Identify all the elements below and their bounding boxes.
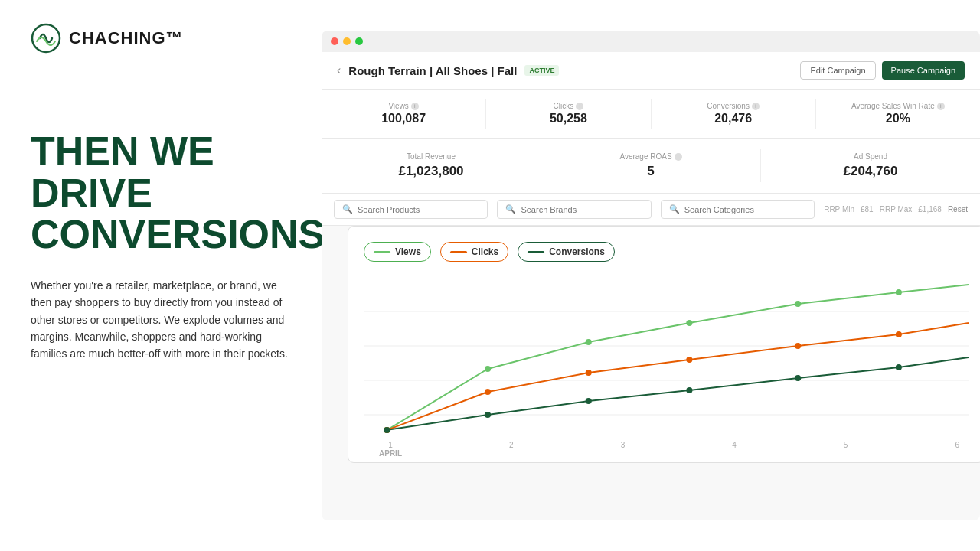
campaign-title: Rough Terrain | All Shoes | Fall — [348, 64, 517, 77]
right-panel: ‹ Rough Terrain | All Shoes | Fall ACTIV… — [322, 0, 980, 551]
campaign-actions: Edit Campaign Pause Campaign — [800, 61, 965, 80]
browser-chrome — [322, 31, 980, 52]
rrp-min-label: RRP Min — [824, 205, 854, 214]
left-panel: CHACHING™ THEN WE DRIVE CONVERSIONS. Whe… — [0, 0, 322, 551]
chart-legend: Views Clicks Conversions — [364, 242, 969, 262]
legend-views-button[interactable]: Views — [364, 242, 431, 262]
legend-clicks-line — [450, 251, 467, 253]
chart-svg — [364, 277, 969, 438]
stat-clicks: Clicks i 50,258 — [486, 99, 651, 129]
conversions-dot-5 — [795, 375, 801, 381]
total-revenue-value: £1,023,800 — [334, 164, 528, 179]
legend-clicks-label: Clicks — [472, 246, 498, 257]
conversions-dot-3 — [586, 398, 592, 404]
conversions-value: 20,476 — [664, 112, 803, 126]
win-rate-label: Average Sales Win Rate — [851, 102, 935, 110]
views-dot-5 — [795, 301, 801, 307]
views-dot-4 — [686, 320, 692, 326]
conversions-dot-4 — [686, 387, 692, 393]
search-brands-icon: 🔍 — [505, 204, 516, 214]
conversions-info-icon: i — [752, 103, 760, 110]
pause-campaign-button[interactable]: Pause Campaign — [882, 61, 965, 80]
clicks-dot-4 — [686, 357, 692, 363]
active-badge: ACTIVE — [524, 65, 559, 76]
clicks-value: 50,258 — [498, 112, 638, 126]
search-categories-icon: 🔍 — [669, 204, 680, 214]
clicks-info-icon: i — [576, 103, 583, 110]
browser-dot-yellow — [343, 37, 351, 45]
browser-dot-green — [355, 37, 363, 45]
clicks-dot-2 — [485, 389, 491, 395]
headline: THEN WE DRIVE CONVERSIONS. — [31, 130, 299, 256]
x-label-3: 3 — [621, 441, 626, 458]
win-rate-info-icon: i — [937, 103, 945, 110]
x-label-2: 2 — [509, 441, 514, 458]
x-axis: 1 APRIL 2 3 4 5 6 — [364, 438, 969, 458]
search-brands-input[interactable] — [521, 205, 642, 214]
campaign-title-row: ‹ Rough Terrain | All Shoes | Fall ACTIV… — [322, 52, 980, 90]
back-button[interactable]: ‹ — [337, 64, 341, 77]
conversions-dot-6 — [896, 364, 902, 370]
x-label-5: 5 — [844, 441, 848, 458]
search-products-input[interactable] — [358, 205, 479, 214]
search-products-icon: 🔍 — [342, 204, 353, 214]
clicks-label: Clicks — [554, 102, 574, 110]
search-products-box[interactable]: 🔍 — [334, 200, 488, 219]
roas-info-icon: i — [675, 153, 682, 161]
conversions-line — [387, 357, 969, 430]
stat-views: Views i 100,087 — [322, 99, 486, 129]
legend-views-label: Views — [395, 246, 421, 257]
views-line — [387, 285, 969, 430]
filter-area: RRP Min £81 RRP Max £1,168 Reset — [824, 205, 968, 214]
search-brands-box[interactable]: 🔍 — [497, 200, 651, 219]
legend-clicks-button[interactable]: Clicks — [440, 242, 508, 262]
logo-text: CHACHING™ — [69, 28, 184, 48]
rrp-min-value: £81 — [861, 205, 874, 214]
body-text: Whether you're a retailer, marketplace, … — [31, 277, 299, 363]
revenue-row: Total Revenue £1,023,800 Average ROAS i … — [322, 139, 980, 194]
rrp-max-label: RRP Max — [880, 205, 913, 214]
search-categories-input[interactable] — [684, 205, 806, 214]
stats-row: Views i 100,087 Clicks i 50,258 Conversi… — [322, 90, 980, 139]
total-revenue-label: Total Revenue — [407, 152, 456, 161]
conversions-dot-1 — [384, 427, 390, 433]
views-dot-2 — [485, 366, 491, 372]
conversions-dot-2 — [485, 412, 491, 418]
x-label-1: 1 APRIL — [379, 441, 402, 458]
stat-win-rate: Average Sales Win Rate i 20% — [816, 99, 980, 129]
views-dot-6 — [896, 289, 902, 295]
rrp-max-value: £1,168 — [918, 205, 942, 214]
roas-label: Average ROAS — [619, 152, 671, 161]
search-categories-box[interactable]: 🔍 — [661, 200, 815, 219]
edit-campaign-button[interactable]: Edit Campaign — [800, 61, 875, 80]
legend-conversions-button[interactable]: Conversions — [518, 242, 615, 262]
views-label: Views — [388, 102, 409, 110]
browser-dot-red — [331, 37, 338, 45]
revenue-total: Total Revenue £1,023,800 — [322, 149, 541, 182]
legend-conversions-line — [528, 251, 544, 253]
roas-value: 5 — [554, 164, 748, 179]
search-row: 🔍 🔍 🔍 RRP Min £81 RRP Max £1,168 Reset — [322, 194, 980, 226]
x-label-6: 6 — [955, 441, 959, 458]
legend-views-line — [374, 251, 390, 253]
views-dot-3 — [586, 339, 592, 345]
stat-conversions: Conversions i 20,476 — [652, 99, 816, 129]
dashboard-panel: ‹ Rough Terrain | All Shoes | Fall ACTIV… — [322, 52, 980, 520]
x-label-4: 4 — [732, 441, 737, 458]
revenue-adspend: Ad Spend £204,760 — [761, 149, 980, 182]
logo-area: CHACHING™ — [31, 23, 299, 54]
conversions-label: Conversions — [707, 102, 750, 110]
revenue-roas: Average ROAS i 5 — [541, 149, 761, 182]
clicks-dot-6 — [896, 331, 902, 337]
clicks-dot-3 — [586, 370, 592, 376]
legend-conversions-label: Conversions — [549, 246, 605, 257]
views-value: 100,087 — [334, 112, 473, 126]
logo-icon — [31, 23, 61, 54]
chart-container: Views Clicks Conversions — [348, 226, 980, 463]
clicks-dot-5 — [795, 343, 801, 349]
adspend-value: £204,760 — [773, 164, 968, 179]
views-info-icon: i — [411, 103, 419, 110]
win-rate-value: 20% — [828, 112, 968, 126]
adspend-label: Ad Spend — [854, 152, 887, 161]
reset-button[interactable]: Reset — [948, 205, 968, 214]
